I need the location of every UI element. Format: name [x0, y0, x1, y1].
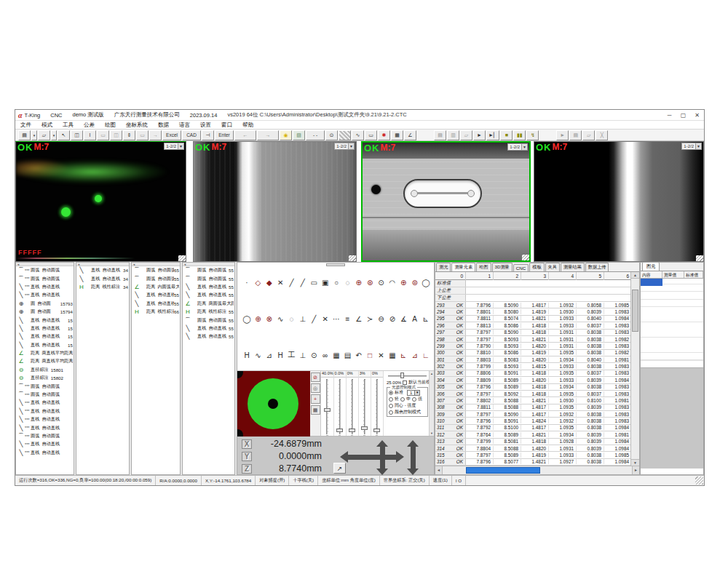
dimension-tool-icon[interactable]: ∿	[253, 349, 263, 361]
construct-tool-icon[interactable]: ∿	[275, 313, 285, 324]
slider-track[interactable]	[359, 378, 371, 436]
mode-concentric-radio[interactable]	[389, 404, 393, 408]
toolbar-button[interactable]: ▱	[460, 130, 472, 140]
results-tab[interactable]: 测光	[436, 263, 451, 271]
measure-tool-icon[interactable]: ◆	[264, 276, 274, 288]
element-column-header[interactable]: 内容	[641, 271, 662, 278]
table-row[interactable]: 306OK 7.8797 8.5092 1.4818 1.0935 0.8037…	[435, 391, 630, 397]
construct-tool-icon[interactable]: ⊥	[298, 313, 308, 324]
menu-item[interactable]: 文件	[15, 121, 36, 129]
toolbar-button[interactable]: ←	[234, 130, 256, 140]
construct-tool-icon[interactable]: ⊾	[421, 313, 431, 324]
feature-item[interactable]: ╲ 直线 自动直线 55	[183, 291, 234, 299]
slider-track[interactable]	[321, 378, 333, 436]
selected-cell[interactable]	[641, 279, 662, 286]
slider-thumb[interactable]	[324, 408, 331, 412]
feature-item[interactable]: ∠ 距离 两直线平均距离	[16, 349, 74, 357]
construct-tool-icon[interactable]: ⊕	[253, 313, 263, 324]
element-column-header[interactable]: 标准值	[684, 271, 703, 278]
feature-item[interactable]: ╲ 直线 自动直线 55	[183, 324, 234, 332]
toolbar-button[interactable]: ►▏	[486, 130, 499, 140]
feature-item[interactable]: ╲ 直线 自动直线 55	[183, 332, 234, 340]
dimension-tool-icon[interactable]: ⊾	[398, 349, 408, 361]
menu-item[interactable]: 坐标系统	[121, 121, 153, 129]
feature-item[interactable]: ⌒ 圆弧 自动圆弧 55	[183, 316, 234, 324]
toolbar-button[interactable]: ⊣	[202, 130, 214, 140]
element-tab[interactable]: 图元	[642, 262, 660, 271]
dimension-tool-icon[interactable]: ∞	[320, 349, 331, 361]
chevron-down-icon[interactable]: ▼	[521, 144, 527, 150]
table-row[interactable]: 315OK 7.8797 8.5089 1.4819 1.0933 0.8038…	[435, 452, 630, 458]
menu-item[interactable]: 数据	[153, 121, 174, 129]
table-row[interactable]: 298OK 7.8797 8.5093 1.4821 1.0931 0.8038…	[435, 336, 630, 343]
feature-item[interactable]: ╲ 直线 自动直线 55	[132, 291, 180, 299]
mode-color-radio[interactable]	[389, 410, 393, 415]
menu-item[interactable]: 窗口	[216, 121, 237, 129]
feature-item[interactable]: ⊖ 直径标注 15802	[16, 374, 74, 382]
ring-light-preview[interactable]	[237, 371, 310, 437]
dimension-tool-icon[interactable]: ⊿	[264, 349, 274, 361]
toolbar-button[interactable]: ▩	[339, 130, 351, 140]
options-scrollbar[interactable]: ▲ ▼	[429, 371, 434, 436]
camera-view-4[interactable]: OK M:7 1-2/2 ▼	[534, 141, 704, 262]
jog-z-arrow[interactable]	[411, 447, 416, 469]
toolbar-button[interactable]: - -	[306, 130, 325, 140]
construct-tool-icon[interactable]: ╱	[309, 313, 319, 324]
slider-thumb[interactable]	[349, 428, 355, 432]
toolbar-button[interactable]: →	[257, 130, 279, 140]
camera-selector[interactable]: 1-2/2 ▼	[507, 143, 528, 151]
results-tab[interactable]: 模板	[529, 263, 544, 271]
feature-item[interactable]: ⌒ 圆弧 自动圆弧 55	[183, 266, 234, 274]
feature-item[interactable]: ⌒ 圆弧 自动圆弧 55	[132, 274, 180, 282]
toolbar-button[interactable]: →	[149, 130, 162, 140]
feature-item[interactable]: ╲ *** 直线 自动直线	[16, 449, 74, 457]
table-row[interactable]: 296OK 7.8813 8.5086 1.4818 1.0933 0.8037…	[435, 322, 630, 329]
feature-item[interactable]: H 距离 线性标注 55	[183, 308, 234, 316]
column-header[interactable]: 6	[604, 272, 632, 280]
chevron-down-icon[interactable]: ▼	[178, 143, 183, 149]
table-row[interactable]: 293OK 7.8796 8.5090 1.4817 1.0932 0.8058…	[435, 302, 630, 308]
axis-x-button[interactable]: X	[242, 439, 252, 449]
table-row[interactable]: 299OK 7.8790 8.5093 1.4820 1.0931 0.8038…	[435, 343, 630, 349]
toolbar-button[interactable]: ↯	[526, 130, 539, 140]
light-channel-slider[interactable]: 3%	[359, 371, 371, 436]
minimize-button[interactable]: ─	[662, 111, 676, 120]
mode-high-radio[interactable]	[412, 397, 416, 402]
camera-view-2[interactable]: OK M:7 1-2/2 ▼	[193, 141, 357, 262]
toolbar-button[interactable]: ╳	[596, 130, 608, 140]
toolbar-button[interactable]: ▾	[51, 130, 57, 140]
table-row[interactable]: 295OK 7.8811 8.5074 1.4821 1.0933 0.8040…	[435, 316, 630, 322]
mode-standard-radio[interactable]	[389, 391, 393, 395]
dimension-tool-icon[interactable]: ⊙	[309, 349, 319, 361]
hscroll-thumb[interactable]	[466, 467, 540, 474]
light-channel-slider[interactable]: 0%	[347, 371, 359, 436]
dimension-tool-icon[interactable]: □	[365, 349, 375, 361]
scroll-left-icon[interactable]: ◄	[435, 466, 443, 474]
dimension-tool-icon[interactable]: H	[275, 349, 285, 361]
toolbar-button[interactable]: ▭	[136, 130, 149, 140]
measure-tool-icon[interactable]: ·	[242, 276, 252, 288]
construct-tool-icon[interactable]: ∡	[398, 313, 408, 324]
menu-item[interactable]: 帮助	[237, 121, 258, 129]
table-row[interactable]: 300OK 7.8810 8.5086 1.4819 1.0935 0.8038…	[435, 350, 630, 356]
slider-track[interactable]	[347, 378, 358, 436]
toolbar-button[interactable]: ✱	[378, 130, 390, 140]
measure-tool-icon[interactable]: ╱	[298, 276, 308, 288]
measure-tool-icon[interactable]: ◠	[387, 276, 397, 288]
measure-tool-icon[interactable]: ○	[331, 276, 341, 288]
toolbar-button[interactable]: ↖	[58, 130, 70, 140]
feature-item[interactable]: ╲ 直线 自动直线 15	[16, 341, 74, 349]
feature-item[interactable]: ⊖ 直径标注 15801	[16, 366, 74, 374]
construct-tool-icon[interactable]: ⊘	[387, 313, 397, 324]
construct-tool-icon[interactable]: ⋯	[331, 313, 341, 324]
toolbar-button[interactable]: ⇕	[123, 130, 135, 140]
measure-tool-icon[interactable]: ▭	[309, 276, 319, 288]
chevron-down-icon[interactable]: ▼	[348, 143, 354, 149]
table-row[interactable]: 309OK 7.8797 8.5090 1.4817 1.0932 0.8038…	[435, 411, 630, 418]
scroll-left-icon[interactable]: ◄	[132, 263, 135, 266]
camera-view-1[interactable]: OK M:7 1-2/2 ▼ FFFFF	[15, 141, 186, 262]
feature-item[interactable]: ╲ 直线 自动直线 15	[16, 316, 74, 324]
jog-xy-horizontal-arrow[interactable]	[348, 455, 396, 460]
slider-track[interactable]	[371, 378, 383, 436]
construct-tool-icon[interactable]: ⊗	[264, 313, 274, 324]
